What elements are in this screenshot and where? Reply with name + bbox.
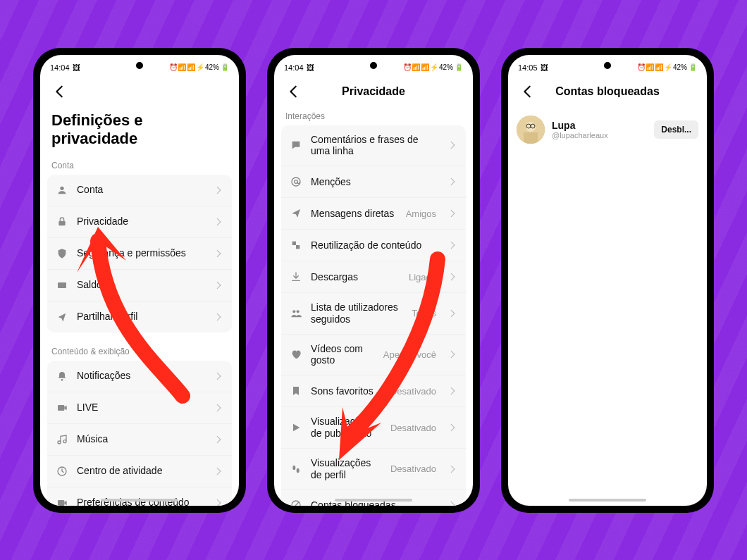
row-seguidos[interactable]: Lista de utilizadores seguidos Todos [281, 292, 466, 334]
row-value: Apenas você [383, 349, 436, 360]
battery-icon: 🔋 [221, 63, 229, 71]
row-partilhar[interactable]: Partilhar perfil [47, 301, 232, 332]
header-title: Contas bloqueadas [508, 85, 707, 98]
row-mensagens[interactable]: Mensagens diretas Amigos [281, 197, 466, 229]
camera-cutout [604, 62, 611, 69]
back-button[interactable] [50, 82, 70, 101]
chevron-right-icon [447, 209, 457, 218]
row-value: Desativado [390, 386, 436, 397]
phone-frame-2: 14:04 🖼 ⏰ 📶 📶 ⚡ 42% 🔋 Privacidade Intera… [267, 48, 480, 513]
status-left-icons: 🖼 [307, 63, 314, 72]
live-icon [56, 402, 68, 414]
block-icon [290, 499, 302, 505]
home-indicator [101, 499, 178, 502]
row-gostos[interactable]: Vídeos com gosto Apenas você [281, 334, 466, 375]
chevron-right-icon [214, 312, 223, 322]
row-label: Visualizações de perfil [311, 457, 382, 481]
back-button[interactable] [284, 82, 304, 101]
svg-point-12 [297, 310, 300, 313]
screen1-scroll[interactable]: Conta Conta Privacidade Segurança e [40, 155, 239, 506]
svg-rect-4 [58, 405, 64, 411]
svg-point-3 [61, 379, 63, 381]
play-icon [290, 421, 302, 434]
row-label: Visualizações de publicação [311, 416, 382, 440]
svg-point-0 [60, 186, 63, 189]
status-left-icons: 🖼 [73, 63, 80, 72]
card-account: Conta Privacidade Segurança e permissões [47, 175, 232, 332]
row-preferencias[interactable]: Preferências de conteúdo [47, 487, 232, 506]
svg-rect-21 [524, 132, 538, 144]
row-descargas[interactable]: Descargas Ligado [281, 261, 466, 292]
send-icon [290, 207, 302, 220]
row-label: LIVE [77, 402, 205, 413]
row-label: Conta [77, 184, 205, 196]
section-label-interacoes: Interações [274, 106, 473, 125]
row-contas-bloqueadas[interactable]: Contas bloqueadas [281, 489, 466, 505]
row-saldo[interactable]: Saldo [47, 269, 232, 301]
chevron-right-icon [447, 423, 457, 433]
row-atividade[interactable]: Centro de atividade [47, 455, 232, 487]
svg-point-13 [292, 465, 295, 470]
music-icon [56, 433, 68, 446]
row-label: Reutilização de conteúdo [311, 239, 439, 251]
screen2-header: Privacidade [274, 77, 473, 101]
camera-cutout [370, 62, 377, 69]
row-label: Vídeos com gosto [311, 343, 375, 367]
row-conta[interactable]: Conta [47, 175, 232, 206]
row-label: Descargas [311, 271, 400, 283]
row-visualizacoes-pub[interactable]: Visualizações de publicação Desativado [281, 406, 466, 448]
screen2-scroll[interactable]: Interações Comentários e frases de uma l… [274, 106, 473, 506]
card-content: Notificações LIVE Música [47, 361, 232, 506]
battery-icon: 🔋 [689, 63, 697, 71]
chevron-right-icon [214, 217, 223, 227]
row-value: Ligado [409, 272, 436, 282]
unblock-button[interactable]: Desbl... [654, 120, 698, 139]
phone-frame-1: 14:04 🖼 ⏰ 📶 📶 ⚡ 42% 🔋 Definições e priva… [33, 48, 246, 513]
back-button[interactable] [518, 82, 538, 101]
phone-frame-3: 14:05 🖼 ⏰ 📶 📶 ⚡ 42% 🔋 Contas bloqueadas [501, 48, 714, 513]
phone-row: 14:04 🖼 ⏰ 📶 📶 ⚡ 42% 🔋 Definições e priva… [0, 0, 747, 560]
row-label: Comentários e frases de uma linha [311, 134, 439, 158]
card-interacoes: Comentários e frases de uma linha Mençõe… [281, 125, 466, 506]
row-notificacoes[interactable]: Notificações [47, 361, 232, 392]
home-indicator [335, 499, 412, 502]
row-visualizacoes-perfil[interactable]: Visualizações de perfil Desativado [281, 448, 466, 490]
row-live[interactable]: LIVE [47, 392, 232, 423]
row-label: Saldo [77, 279, 205, 291]
chevron-right-icon [447, 140, 457, 150]
row-value: Amigos [406, 209, 436, 219]
screen3-scroll[interactable]: Lupa @lupacharleaux Desbl... [508, 108, 707, 506]
people-icon [290, 307, 302, 320]
status-right-icons: ⏰ 📶 📶 ⚡ [637, 63, 672, 71]
chevron-right-icon [214, 371, 223, 381]
row-label: Segurança e permissões [77, 247, 205, 259]
row-mencoes[interactable]: Menções [281, 166, 466, 197]
screen1-header [40, 77, 239, 101]
row-label: Mensagens diretas [311, 208, 397, 220]
chevron-right-icon [447, 349, 457, 359]
camera-cutout [136, 62, 143, 69]
user-icon [56, 184, 68, 197]
row-seguranca[interactable]: Segurança e permissões [47, 237, 232, 269]
row-privacidade[interactable]: Privacidade [47, 206, 232, 237]
svg-rect-9 [292, 242, 296, 245]
row-musica[interactable]: Música [47, 423, 232, 455]
row-value: Desativado [390, 423, 436, 433]
row-sons-favoritos[interactable]: Sons favoritos Desativado [281, 375, 466, 406]
row-comentarios[interactable]: Comentários e frases de uma linha [281, 125, 466, 166]
reuse-icon [290, 239, 302, 251]
svg-point-7 [292, 178, 300, 186]
status-time: 14:05 [518, 63, 538, 72]
blocked-user-row[interactable]: Lupa @lupacharleaux Desbl... [508, 108, 707, 151]
home-indicator [569, 499, 646, 502]
video-icon [56, 497, 68, 506]
footsteps-icon [290, 463, 302, 475]
row-label: Partilhar perfil [77, 311, 205, 323]
row-reutilizacao[interactable]: Reutilização de conteúdo [281, 229, 466, 261]
row-label: Privacidade [77, 216, 205, 228]
phone-screen-3: 14:05 🖼 ⏰ 📶 📶 ⚡ 42% 🔋 Contas bloqueadas [508, 55, 707, 506]
status-time: 14:04 [50, 63, 70, 72]
status-battery: 42% [673, 63, 687, 71]
chevron-right-icon [447, 386, 457, 396]
chevron-right-icon [214, 249, 223, 259]
